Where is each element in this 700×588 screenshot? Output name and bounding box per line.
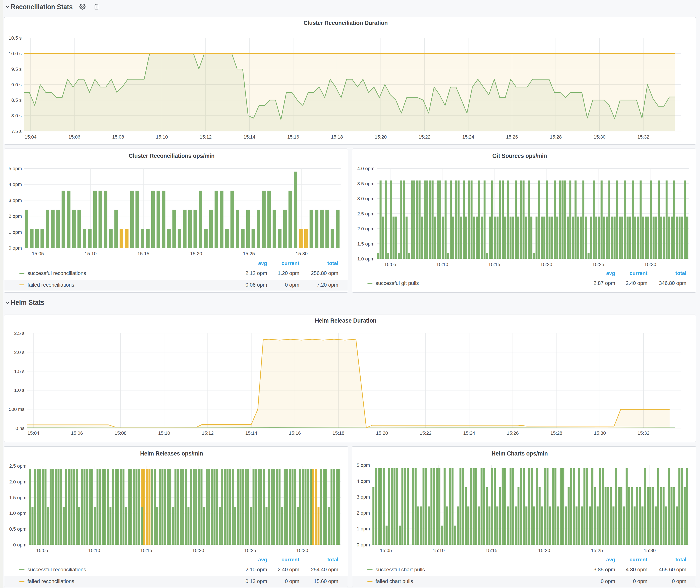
- svg-text:15:05: 15:05: [32, 251, 44, 256]
- svg-text:15:04: 15:04: [27, 430, 39, 436]
- svg-text:15:30: 15:30: [296, 251, 308, 256]
- svg-text:10.0 s: 10.0 s: [9, 51, 22, 56]
- svg-text:0 opm: 0 opm: [285, 578, 299, 584]
- svg-text:5 opm: 5 opm: [9, 166, 22, 171]
- svg-text:15:20: 15:20: [376, 430, 388, 436]
- svg-text:avg: avg: [258, 557, 267, 562]
- svg-text:15:32: 15:32: [637, 134, 649, 140]
- svg-text:1.5 opm: 1.5 opm: [357, 241, 375, 247]
- svg-text:3 opm: 3 opm: [357, 494, 370, 500]
- svg-text:15:14: 15:14: [245, 430, 257, 436]
- svg-text:15:08: 15:08: [115, 430, 126, 436]
- svg-text:15:04: 15:04: [25, 134, 37, 140]
- svg-text:15:30: 15:30: [644, 262, 656, 267]
- svg-text:3.0 opm: 3.0 opm: [357, 196, 375, 201]
- svg-text:15:06: 15:06: [68, 134, 80, 140]
- svg-text:2.40 opm: 2.40 opm: [626, 280, 647, 286]
- svg-text:15:15: 15:15: [140, 548, 152, 553]
- svg-text:1.0 opm: 1.0 opm: [9, 510, 27, 516]
- svg-text:1 opm: 1 opm: [357, 526, 370, 531]
- svg-text:15:25: 15:25: [244, 548, 256, 553]
- svg-text:2.0 s: 2.0 s: [14, 350, 24, 355]
- svg-text:Helm Releases ops/min: Helm Releases ops/min: [140, 450, 203, 457]
- svg-text:15:28: 15:28: [550, 430, 562, 436]
- svg-text:0 opm: 0 opm: [285, 282, 299, 288]
- svg-text:15:26: 15:26: [507, 430, 519, 436]
- svg-text:15:28: 15:28: [550, 134, 562, 140]
- svg-text:2 opm: 2 opm: [9, 213, 22, 219]
- svg-text:15:10: 15:10: [156, 134, 168, 140]
- svg-text:254.40 opm: 254.40 opm: [311, 567, 338, 572]
- svg-text:15:30: 15:30: [644, 548, 656, 553]
- svg-text:15:26: 15:26: [506, 134, 518, 140]
- svg-text:0 opm: 0 opm: [13, 542, 26, 548]
- svg-text:15:12: 15:12: [200, 134, 212, 140]
- svg-text:0 opm: 0 opm: [633, 578, 647, 584]
- svg-text:346.80 opm: 346.80 opm: [659, 280, 686, 286]
- svg-text:15:10: 15:10: [436, 262, 448, 267]
- svg-text:2.12 opm: 2.12 opm: [245, 270, 267, 276]
- svg-text:0 opm: 0 opm: [9, 245, 22, 251]
- svg-text:4 opm: 4 opm: [357, 478, 370, 484]
- svg-text:total: total: [675, 270, 686, 276]
- svg-text:15:05: 15:05: [384, 262, 396, 267]
- svg-text:15:18: 15:18: [332, 430, 344, 436]
- svg-text:0 opm: 0 opm: [672, 578, 686, 584]
- svg-text:2.5 s: 2.5 s: [14, 331, 24, 336]
- svg-text:current: current: [629, 270, 647, 276]
- svg-text:0.5 opm: 0.5 opm: [9, 526, 27, 532]
- svg-text:15:15: 15:15: [488, 262, 500, 267]
- svg-text:successful git pulls: successful git pulls: [376, 280, 419, 286]
- svg-text:15:20: 15:20: [375, 134, 387, 140]
- svg-text:15:20: 15:20: [540, 262, 552, 267]
- svg-text:1.0 opm: 1.0 opm: [357, 256, 375, 262]
- svg-text:15:30: 15:30: [594, 430, 606, 436]
- svg-text:15:08: 15:08: [112, 134, 124, 140]
- svg-text:5 opm: 5 opm: [357, 462, 370, 468]
- svg-text:total: total: [327, 557, 338, 562]
- svg-text:4 opm: 4 opm: [9, 182, 22, 187]
- svg-text:2.10 opm: 2.10 opm: [245, 567, 267, 572]
- svg-text:2.5 opm: 2.5 opm: [357, 211, 375, 216]
- svg-text:1.5 opm: 1.5 opm: [9, 495, 27, 500]
- svg-text:15:12: 15:12: [202, 430, 214, 436]
- svg-text:Helm Release Duration: Helm Release Duration: [315, 317, 376, 324]
- svg-text:15:25: 15:25: [243, 251, 255, 256]
- svg-text:2.0 opm: 2.0 opm: [9, 479, 27, 485]
- svg-text:15:32: 15:32: [637, 430, 649, 436]
- svg-text:1.20 opm: 1.20 opm: [278, 270, 299, 276]
- svg-text:15.60 opm: 15.60 opm: [314, 578, 338, 584]
- svg-text:Cluster Reconciliations ops/mi: Cluster Reconciliations ops/min: [129, 152, 215, 159]
- svg-text:15:10: 15:10: [85, 251, 97, 256]
- svg-text:15:16: 15:16: [289, 430, 301, 436]
- svg-text:Cluster Reconciliation Duratio: Cluster Reconciliation Duration: [304, 19, 388, 26]
- svg-text:15:24: 15:24: [462, 134, 474, 140]
- svg-text:3.5 opm: 3.5 opm: [357, 181, 375, 186]
- svg-text:current: current: [281, 557, 299, 562]
- svg-text:500 ms: 500 ms: [9, 407, 24, 412]
- svg-text:7.5 s: 7.5 s: [11, 129, 22, 134]
- svg-text:successful reconciliations: successful reconciliations: [27, 270, 86, 276]
- svg-text:9.5 s: 9.5 s: [11, 66, 22, 72]
- svg-text:15:24: 15:24: [463, 430, 475, 436]
- svg-text:15:30: 15:30: [594, 134, 605, 140]
- svg-text:Helm Charts ops/min: Helm Charts ops/min: [492, 450, 548, 457]
- svg-text:15:22: 15:22: [419, 134, 431, 140]
- svg-text:4.80 opm: 4.80 opm: [626, 567, 647, 572]
- svg-text:15:22: 15:22: [420, 430, 432, 436]
- svg-text:0.06 opm: 0.06 opm: [245, 282, 267, 288]
- svg-text:2.5 opm: 2.5 opm: [9, 463, 27, 469]
- svg-text:1.5 s: 1.5 s: [14, 369, 24, 374]
- svg-text:avg: avg: [606, 270, 615, 276]
- svg-text:15:15: 15:15: [485, 548, 497, 553]
- svg-text:2.0 opm: 2.0 opm: [357, 226, 375, 231]
- svg-text:failed chart pulls: failed chart pulls: [376, 578, 413, 584]
- svg-text:0 ns: 0 ns: [15, 426, 24, 431]
- svg-text:15:14: 15:14: [244, 134, 255, 140]
- svg-text:total: total: [675, 557, 686, 562]
- svg-text:15:05: 15:05: [36, 548, 48, 553]
- svg-text:Git Sources ops/min: Git Sources ops/min: [492, 152, 547, 159]
- svg-text:2 opm: 2 opm: [357, 510, 370, 516]
- svg-text:15:30: 15:30: [296, 548, 308, 553]
- svg-text:failed reconciliations: failed reconciliations: [27, 282, 74, 288]
